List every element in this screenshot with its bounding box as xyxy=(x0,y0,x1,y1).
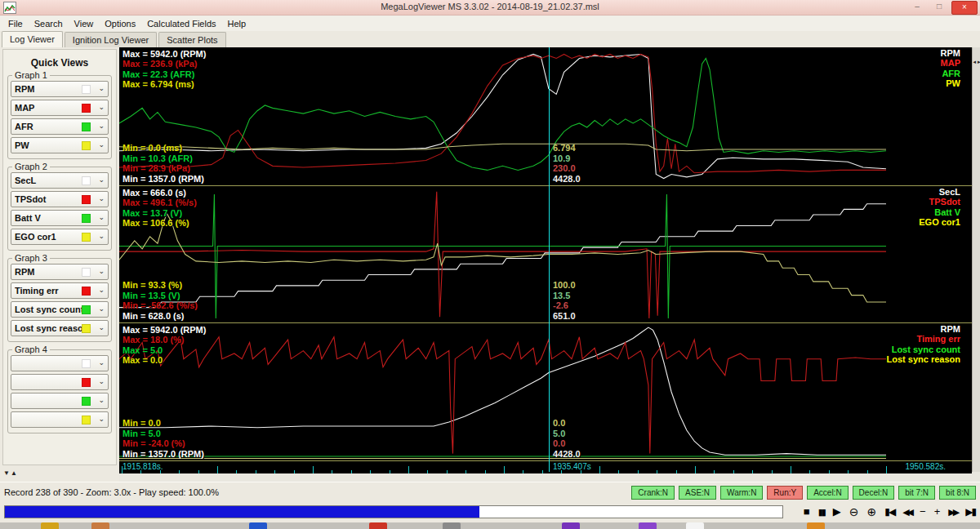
pause-button[interactable]: ▮▮ xyxy=(818,505,825,519)
tab-scatter-plots[interactable]: Scatter Plots xyxy=(158,32,225,47)
group-label: Graph 2 xyxy=(12,162,50,171)
chevron-down-icon: ⌄ xyxy=(98,140,105,149)
field-label: RPM xyxy=(15,84,82,94)
color-swatch xyxy=(82,359,91,368)
axis-tick xyxy=(504,466,505,473)
taskbar-app-icon[interactable] xyxy=(369,522,387,529)
field-select-secl[interactable]: SecL⌄ xyxy=(11,172,109,189)
taskbar-app-icon[interactable] xyxy=(562,522,580,529)
min-labels: Min = 93.3 (%)Min = 13.5 (V)Min = -562.6… xyxy=(122,280,198,321)
axis-tick xyxy=(256,470,256,473)
field-select-map[interactable]: MAP⌄ xyxy=(11,100,109,116)
legend-item-tpsdot: TPSdot xyxy=(919,197,960,207)
graph-panel-2[interactable]: Max = 666.0 (s)Max = 496.1 (%/s)Max = 13… xyxy=(119,186,972,323)
menu-item-calculated-fields[interactable]: Calculated Fields xyxy=(141,17,221,30)
axis-tick xyxy=(370,470,371,473)
menu-item-search[interactable]: Search xyxy=(29,17,69,30)
taskbar-app-icon[interactable] xyxy=(249,522,267,529)
field-select-pw[interactable]: PW⌄ xyxy=(11,137,109,153)
color-swatch xyxy=(82,214,91,223)
time-start-label: 1915.818s. xyxy=(122,462,163,471)
axis-tick xyxy=(179,470,180,473)
field-select-batt-v[interactable]: Batt V⌄ xyxy=(11,210,109,226)
legend: RPMTiming errLost sync countLost sync re… xyxy=(887,324,960,365)
seek-track[interactable] xyxy=(4,505,783,518)
play-button[interactable]: ▶ xyxy=(833,505,841,519)
menu-item-options[interactable]: Options xyxy=(99,17,141,30)
plus-button[interactable]: + xyxy=(934,505,941,519)
menu-item-view[interactable]: View xyxy=(69,17,100,30)
field-select-rpm[interactable]: RPM⌄ xyxy=(11,264,109,280)
chevron-down-icon: ⌄ xyxy=(98,415,105,423)
quick-views-panel: Quick Views Graph 1RPM⌄MAP⌄AFR⌄PW⌄Graph … xyxy=(2,49,117,465)
time-axis[interactable]: 1915.818s.1935.407s1950.582s. xyxy=(119,461,972,473)
max-label: Max = 22.3 (AFR) xyxy=(122,69,206,79)
group-graph-3: Graph 3RPM⌄Timing err⌄Lost sync count⌄Lo… xyxy=(7,258,112,342)
cursor-value: 100.0 xyxy=(553,280,576,290)
menu-item-file[interactable]: File xyxy=(2,17,29,30)
graph-panel-1[interactable]: Max = 5942.0 (RPM)Max = 236.9 (kPa)Max =… xyxy=(119,47,972,186)
cursor-value: 10.9 xyxy=(553,153,581,163)
status-badges: Crank:NASE:NWarm:NRun:YAccel:NDecel:Nbit… xyxy=(631,486,976,500)
field-select-afr[interactable]: AFR⌄ xyxy=(11,118,109,135)
badge-ase-n: ASE:N xyxy=(679,486,716,500)
zoom-in-button[interactable]: ⊕ xyxy=(867,505,877,519)
taskbar-app-icon[interactable] xyxy=(91,522,109,529)
max-label: Max = 5942.0 (RPM) xyxy=(122,49,206,59)
close-button[interactable]: × xyxy=(951,1,978,15)
chevron-down-icon: ⌄ xyxy=(98,232,105,240)
taskbar-app-icon[interactable] xyxy=(807,522,825,529)
skip-start-button[interactable]: ▮◀ xyxy=(884,505,894,519)
legend: SecLTPSdotBatt VEGO cor1 xyxy=(919,187,960,228)
axis-tick xyxy=(791,466,791,473)
sidebar-resize-icon[interactable]: ▼▲ xyxy=(3,469,18,477)
field-select-empty[interactable]: ⌄ xyxy=(11,411,109,428)
field-select-lost-sync-reason[interactable]: Lost sync reason⌄ xyxy=(11,320,109,336)
taskbar-app-icon[interactable] xyxy=(686,522,704,529)
tab-ignition-log-viewer[interactable]: Ignition Log Viewer xyxy=(65,32,157,47)
taskbar-app-icon[interactable] xyxy=(41,522,59,529)
minimize-button[interactable]: – xyxy=(907,1,927,13)
axis-tick xyxy=(638,470,639,473)
taskbar-app-icon[interactable] xyxy=(443,522,461,529)
maximize-button[interactable]: □ xyxy=(929,1,949,13)
right-scroll-strip[interactable]: ◂ ▸ xyxy=(972,47,980,472)
axis-tick xyxy=(714,470,715,473)
cursor-value: -2.6 xyxy=(553,300,576,310)
time-cursor-line xyxy=(549,47,550,472)
window-title: MegaLogViewer MS 3.3.02 - 2014-08-19_21.… xyxy=(0,2,980,11)
tab-log-viewer[interactable]: Log Viewer xyxy=(2,31,63,47)
field-select-rpm[interactable]: RPM⌄ xyxy=(11,81,109,97)
legend-item-timing-err: Timing err xyxy=(887,334,960,344)
field-label: TPSdot xyxy=(15,194,82,204)
stop-button[interactable]: ■ xyxy=(804,505,810,519)
rewind-button[interactable]: ◀◀ xyxy=(902,505,911,519)
field-select-tpsdot[interactable]: TPSdot⌄ xyxy=(11,191,109,207)
zoom-out-button[interactable]: ⊖ xyxy=(849,505,859,519)
forward-button[interactable]: ▶▶ xyxy=(948,505,957,519)
splitter-arrows-icon[interactable]: ◂ ▸ xyxy=(973,57,980,66)
field-label: Timing err xyxy=(15,286,82,296)
axis-tick xyxy=(618,470,619,473)
badge-accel-n: Accel:N xyxy=(807,486,848,500)
min-label: Min = 13.5 (V) xyxy=(122,291,198,300)
taskbar-app-icon[interactable] xyxy=(639,522,657,529)
field-label: SecL xyxy=(15,176,82,185)
field-select-lost-sync-count[interactable]: Lost sync count⌄ xyxy=(11,301,109,318)
quick-views-sidebar: Quick Views Graph 1RPM⌄MAP⌄AFR⌄PW⌄Graph … xyxy=(0,47,119,482)
axis-tick xyxy=(886,466,887,473)
skip-end-button[interactable]: ▶▮ xyxy=(965,505,975,519)
field-select-ego-cor1[interactable]: EGO cor1⌄ xyxy=(11,229,109,245)
min-label: Min = 0.0 (ms) xyxy=(122,143,204,153)
field-select-timing-err[interactable]: Timing err⌄ xyxy=(11,282,109,299)
field-select-empty[interactable]: ⌄ xyxy=(11,374,109,390)
taskbar-strip xyxy=(0,522,980,529)
menu-item-help[interactable]: Help xyxy=(222,17,252,30)
graph-panel-3[interactable]: Max = 5942.0 (RPM)Max = 18.0 (%)Max = 5.… xyxy=(119,323,972,461)
record-status-text: Record 238 of 390 - Zoom: 3.0x - Play sp… xyxy=(4,487,219,497)
axis-tick xyxy=(313,466,314,473)
field-select-empty[interactable]: ⌄ xyxy=(11,393,109,409)
axis-tick xyxy=(752,470,753,473)
minus-button[interactable]: − xyxy=(920,505,926,519)
field-select-empty[interactable]: ⌄ xyxy=(11,355,109,371)
